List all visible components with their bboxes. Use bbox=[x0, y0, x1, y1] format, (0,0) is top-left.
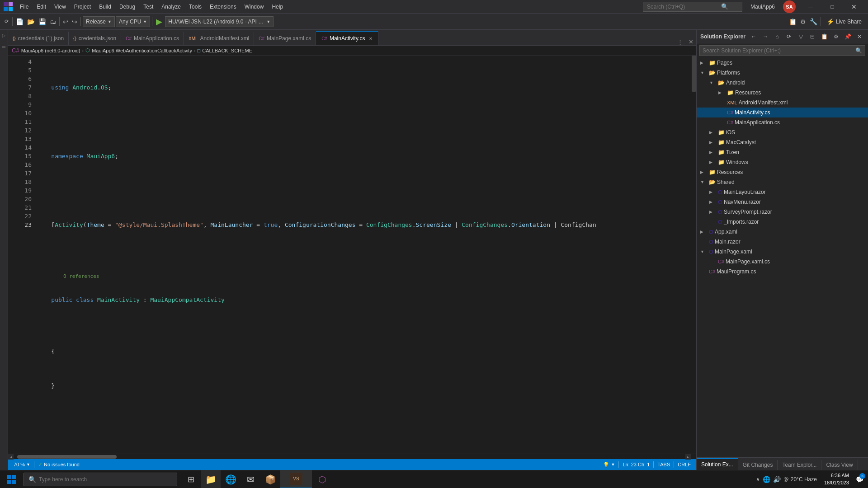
se-node-mainpagexaml[interactable]: ▼ ⬡ MainPage.xaml bbox=[697, 247, 868, 257]
editor-vscrollbar[interactable] bbox=[691, 56, 696, 454]
system-clock[interactable]: 6:36 AM 18/01/2023 bbox=[821, 472, 853, 486]
taskbar-vs[interactable]: ⬡ bbox=[312, 470, 332, 488]
se-node-resources-android[interactable]: ▶ 📁 Resources bbox=[697, 88, 868, 98]
platform-dropdown[interactable]: Any CPU ▼ bbox=[116, 16, 150, 27]
menu-test[interactable]: Test bbox=[140, 3, 157, 11]
taskbar-app5[interactable]: 📦 bbox=[260, 470, 280, 488]
menu-tools[interactable]: Tools bbox=[185, 3, 205, 11]
status-encoding[interactable]: CRLF bbox=[676, 462, 693, 467]
config-dropdown[interactable]: Release ▼ bbox=[83, 16, 115, 27]
se-tab-solution[interactable]: Solution Ex... bbox=[697, 458, 738, 470]
se-filter-btn[interactable]: ▽ bbox=[796, 32, 806, 42]
breadcrumb-class[interactable]: MauiApp6.WebAuthenticationCallbackActivi… bbox=[92, 48, 192, 53]
toolbar-redo[interactable]: ↪ bbox=[71, 15, 79, 28]
tray-arrow[interactable]: ∧ bbox=[756, 476, 760, 483]
se-node-imports[interactable]: ⬡ _Imports.razor bbox=[697, 217, 868, 227]
tab-credentials-1[interactable]: {} credentials (1).json bbox=[8, 32, 69, 45]
se-node-android[interactable]: ▼ 📂 Android bbox=[697, 78, 868, 88]
se-node-shared[interactable]: ▼ 📂 Shared bbox=[697, 177, 868, 187]
editor-hscroll-arrow-right[interactable]: ▸ bbox=[685, 454, 691, 460]
toolbar-btn-r3[interactable]: 🔧 bbox=[808, 15, 819, 28]
se-forward-btn[interactable]: → bbox=[760, 32, 770, 42]
toolbar-open[interactable]: 📂 bbox=[26, 15, 36, 28]
editor-vscroll-thumb[interactable] bbox=[692, 56, 696, 92]
se-pin-btn[interactable]: 📌 bbox=[843, 32, 853, 42]
se-close-btn[interactable]: ✕ bbox=[854, 32, 864, 42]
start-button[interactable] bbox=[2, 470, 22, 488]
se-node-navmenu[interactable]: ▶ ⬡ NavMenu.razor bbox=[697, 197, 868, 207]
se-back-btn[interactable]: ← bbox=[749, 32, 759, 42]
tab-main-activity[interactable]: C# MainActivity.cs ✕ bbox=[316, 31, 378, 45]
se-node-mauiprogram[interactable]: C# MauiProgram.cs bbox=[697, 267, 868, 277]
minimize-button[interactable]: ─ bbox=[800, 0, 821, 14]
toolbar-btn-r1[interactable]: 📋 bbox=[788, 15, 798, 28]
close-button[interactable]: ✕ bbox=[844, 0, 864, 14]
status-issues[interactable]: ✓ No issues found bbox=[36, 461, 81, 468]
editor-hscrollbar[interactable]: ◂ ▸ bbox=[8, 454, 696, 459]
tab-bar-close-panel[interactable]: ✕ bbox=[686, 38, 696, 45]
breadcrumb-member[interactable]: CALLBACK_SCHEME bbox=[202, 48, 252, 53]
se-node-platforms[interactable]: ▼ 📂 Platforms bbox=[697, 68, 868, 78]
se-collapse-btn[interactable]: ⊟ bbox=[807, 32, 817, 42]
tab-bar-settings[interactable]: ⋮ bbox=[675, 38, 686, 45]
taskbar-file-explorer[interactable]: 📁 bbox=[201, 470, 221, 488]
maximize-button[interactable]: □ bbox=[822, 0, 843, 14]
se-tab-class[interactable]: Class View bbox=[821, 460, 858, 470]
status-zoom[interactable]: 70 % ▼ bbox=[12, 462, 32, 467]
se-search-input[interactable] bbox=[703, 47, 854, 54]
tab-android-manifest[interactable]: XML AndroidManifest.xml bbox=[184, 32, 254, 45]
se-node-mainlayout[interactable]: ▶ ⬡ MainLayout.razor bbox=[697, 187, 868, 197]
editor-hscroll-arrow-left[interactable]: ◂ bbox=[8, 454, 14, 460]
menu-view[interactable]: View bbox=[51, 3, 70, 11]
taskbar-search-input[interactable] bbox=[39, 476, 172, 483]
taskbar-search[interactable]: 🔍 bbox=[24, 473, 177, 486]
se-tab-git[interactable]: Git Changes bbox=[738, 460, 778, 470]
tray-volume[interactable]: 🔊 bbox=[773, 476, 781, 483]
menu-build[interactable]: Build bbox=[95, 3, 115, 11]
editor-hscroll-thumb[interactable] bbox=[17, 455, 117, 459]
toolbar-undo[interactable]: ↩ bbox=[61, 15, 70, 28]
taskbar-app-sepia[interactable]: VS bbox=[280, 470, 312, 488]
menu-extensions[interactable]: Extensions bbox=[206, 3, 240, 11]
tab-credentials[interactable]: {} credentials.json bbox=[69, 32, 121, 45]
se-node-mainapplication[interactable]: C# MainApplication.cs bbox=[697, 117, 868, 127]
se-tab-team[interactable]: Team Explor... bbox=[778, 460, 821, 470]
run-target-dropdown[interactable]: HUAWEI JSN-L22 (Android 9.0 - API 28) ▼ bbox=[165, 16, 274, 27]
tray-weather[interactable]: 🌫 20°C Haze bbox=[783, 476, 817, 483]
taskbar-mail[interactable]: ✉ bbox=[241, 470, 260, 488]
se-properties-btn[interactable]: 📋 bbox=[819, 32, 829, 42]
se-home-btn[interactable]: ⌂ bbox=[772, 32, 782, 42]
taskbar-edge[interactable]: 🌐 bbox=[221, 470, 241, 488]
se-node-tizen[interactable]: ▶ 📁 Tizen bbox=[697, 147, 868, 157]
toolbar-btn-r2[interactable]: ⚙ bbox=[799, 15, 807, 28]
se-node-maccatalyst[interactable]: ▶ 📁 MacCatalyst bbox=[697, 137, 868, 147]
tab-close-btn[interactable]: ✕ bbox=[369, 36, 373, 41]
tab-main-application[interactable]: C# MainApplication.cs bbox=[121, 32, 184, 45]
se-sync-btn[interactable]: ⟳ bbox=[784, 32, 794, 42]
breadcrumb-project[interactable]: MauiApp6 (net6.0-android) bbox=[21, 48, 80, 53]
menu-analyze[interactable]: Analyze bbox=[158, 3, 184, 11]
se-node-androidmanifest[interactable]: XML AndroidManifest.xml bbox=[697, 98, 868, 108]
se-node-surveyprompt[interactable]: ▶ ⬡ SurveyPrompt.razor bbox=[697, 207, 868, 217]
se-node-mainpagecs[interactable]: C# MainPage.xaml.cs bbox=[697, 257, 868, 267]
se-node-appxaml[interactable]: ▶ ⬡ App.xaml bbox=[697, 227, 868, 237]
se-node-resources-root[interactable]: ▶ 📁 Resources bbox=[697, 167, 868, 177]
toolbar-save[interactable]: 💾 bbox=[37, 15, 47, 28]
menu-project[interactable]: Project bbox=[71, 3, 94, 11]
activity-bar-icon-1[interactable]: ▷ bbox=[0, 32, 8, 39]
toolbar-source-control[interactable]: ⟳ bbox=[3, 15, 10, 28]
se-node-mainactivity[interactable]: C# MainActivity.cs bbox=[697, 108, 868, 117]
code-editor-content[interactable]: 4 5 6 7 8 ⬚9 10 11 12 13 14 15 16 17 ⬚18… bbox=[8, 56, 696, 454]
taskbar-task-view[interactable]: ⊞ bbox=[181, 470, 201, 488]
live-share-btn[interactable]: ⚡ Live Share bbox=[823, 17, 865, 26]
se-node-pages[interactable]: ▶ 📁 Pages bbox=[697, 58, 868, 68]
menu-window[interactable]: Window bbox=[241, 3, 268, 11]
toolbar-new-project[interactable]: 📄 bbox=[14, 15, 25, 28]
notification-center-btn[interactable]: 💬 3 bbox=[853, 470, 866, 488]
status-line-col[interactable]: Ln: 23 Ch: 1 bbox=[621, 462, 651, 467]
status-tabs[interactable]: TABS bbox=[656, 462, 672, 467]
tray-network[interactable]: 🌐 bbox=[763, 476, 770, 483]
menu-edit[interactable]: Edit bbox=[33, 3, 50, 11]
status-lightbulb[interactable]: 💡 ▼ bbox=[601, 462, 617, 468]
code-content[interactable]: using Android.OS; namespace MauiApp6; [A… bbox=[33, 56, 691, 454]
